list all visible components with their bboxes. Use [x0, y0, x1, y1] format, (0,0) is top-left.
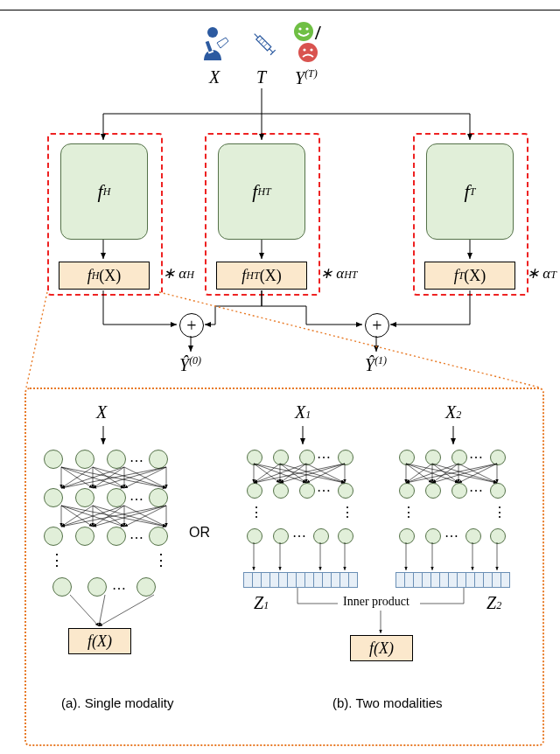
nn-node: [466, 528, 481, 544]
v-ellipsis: ⋮: [249, 504, 263, 520]
Z1-label: Z1: [254, 593, 269, 613]
nn-node: [490, 528, 506, 544]
fHX-output-box: fH(X): [59, 262, 150, 290]
ellipsis: …: [317, 446, 332, 462]
nn-node: [299, 483, 315, 499]
nn-node: [88, 577, 107, 597]
nn-node: [107, 527, 126, 546]
nn-node: [107, 488, 126, 507]
ellipsis: …: [317, 479, 332, 495]
nn-node: [273, 528, 289, 544]
sum-node-1: +: [365, 313, 389, 338]
vector-Z2: [396, 572, 510, 588]
vector-Z1: [243, 572, 358, 588]
ellipsis: …: [112, 577, 128, 593]
nn-node: [44, 527, 63, 546]
nn-node: [247, 450, 262, 465]
nn-node: [273, 450, 289, 465]
svg-line-4: [255, 34, 258, 38]
nn-node: [273, 483, 289, 499]
ellipsis: …: [130, 488, 145, 504]
alpha-H-label: ∗ αH: [163, 264, 194, 283]
nn-node: [75, 450, 94, 469]
fX-box-left: f(X): [68, 628, 131, 654]
yhat0-label: Ŷ(0): [179, 354, 201, 375]
slash-icon: /: [315, 21, 321, 45]
nn-node: [44, 450, 63, 469]
nn-node: [313, 528, 329, 544]
caption-b: (b). Two modalities: [332, 695, 443, 710]
nn-node: [107, 450, 126, 469]
alpha-HT-label: ∗ αHT: [320, 264, 358, 283]
v-ellipsis: ⋮: [49, 550, 65, 569]
nn-node: [136, 577, 156, 597]
input-YT-label: Y(T): [295, 67, 318, 88]
fHT-function-box: fHT: [218, 143, 305, 240]
sad-face-icon: [298, 42, 318, 63]
svg-line-9: [263, 43, 267, 46]
nn-node: [338, 528, 354, 544]
v-ellipsis: ⋮: [153, 550, 169, 569]
nn-node: [490, 483, 506, 499]
detail-panel: [24, 387, 544, 746]
nn-node: [149, 450, 168, 469]
fT-function-box: fT: [426, 143, 514, 240]
nn-node: [425, 528, 441, 544]
fTX-output-box: fT(X): [424, 262, 515, 290]
nn-node: [75, 527, 94, 546]
nn-node: [247, 528, 262, 544]
svg-point-0: [207, 27, 218, 38]
nn-node: [149, 488, 168, 507]
svg-line-7: [259, 38, 262, 42]
sum-node-0: +: [179, 313, 204, 338]
nn-node: [452, 450, 467, 465]
nn-node: [338, 450, 354, 465]
syringe-icon: [247, 26, 282, 61]
nn-node: [338, 483, 354, 499]
fX-box-right: f(X): [350, 635, 413, 661]
happy-face-icon: [293, 21, 314, 42]
ellipsis: …: [444, 525, 460, 541]
yhat1-label: Ŷ(1): [365, 354, 387, 375]
ellipsis: …: [469, 446, 485, 462]
svg-point-14: [303, 48, 305, 51]
svg-line-5: [270, 49, 273, 52]
nn-node: [452, 483, 467, 499]
nn-node: [44, 488, 63, 507]
single-X-label: X: [96, 402, 107, 422]
caption-a: (a). Single modality: [61, 695, 173, 710]
fHTX-output-box: fHT(X): [216, 262, 307, 290]
X2-label: X2: [445, 402, 461, 422]
or-label: OR: [189, 525, 210, 541]
svg-point-12: [305, 27, 308, 30]
nn-node: [399, 528, 415, 544]
nn-node: [75, 488, 94, 507]
inner-product-label: Inner product: [343, 595, 410, 609]
X1-label: X1: [295, 402, 311, 422]
svg-point-13: [298, 43, 318, 62]
ellipsis: …: [469, 479, 485, 495]
svg-point-11: [298, 27, 301, 30]
nn-node: [52, 577, 72, 597]
ellipsis: …: [130, 450, 145, 465]
nn-node: [399, 450, 415, 465]
v-ellipsis: ⋮: [402, 504, 416, 520]
alpha-T-label: ∗ αT: [527, 264, 556, 283]
v-ellipsis: ⋮: [340, 504, 354, 520]
nn-node: [425, 483, 441, 499]
svg-line-8: [261, 40, 264, 44]
input-X-label: X: [209, 67, 220, 87]
nn-node: [299, 450, 315, 465]
input-T-label: T: [256, 67, 266, 87]
nn-node: [399, 483, 415, 499]
ellipsis: …: [130, 527, 145, 542]
Z2-label: Z2: [486, 593, 501, 613]
patient-icon: [200, 25, 231, 60]
fH-function-box: fH: [60, 143, 148, 240]
nn-node: [490, 450, 506, 465]
svg-point-10: [294, 22, 313, 41]
svg-point-15: [310, 48, 312, 51]
nn-node: [247, 483, 262, 499]
nn-node: [425, 450, 441, 465]
svg-rect-3: [256, 36, 271, 51]
